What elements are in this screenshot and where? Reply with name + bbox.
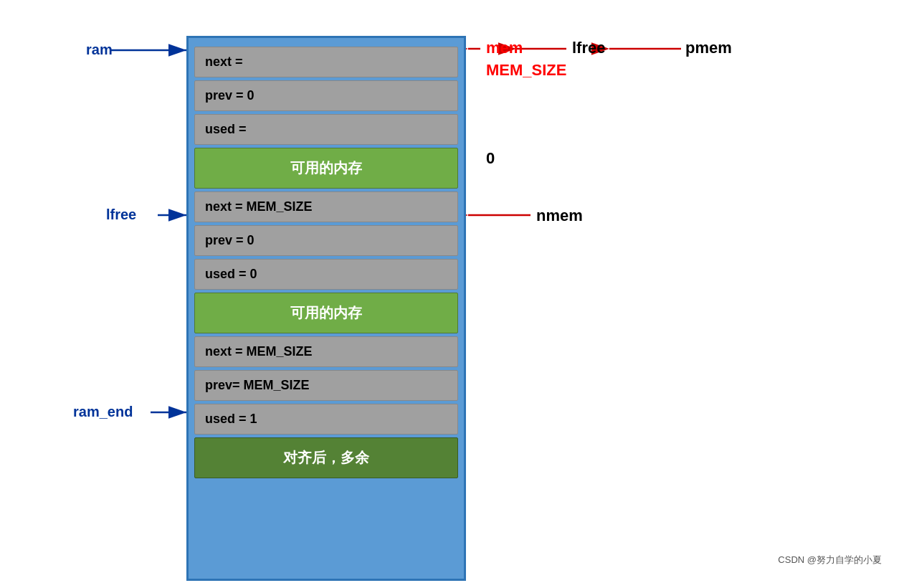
lfree-top-label: lfree bbox=[572, 39, 605, 57]
block1-next: next = bbox=[194, 47, 458, 77]
block3-prev: prev= MEM_SIZE bbox=[194, 370, 458, 401]
lfree-left-label: lfree bbox=[106, 207, 136, 223]
mem-section-2: 可用的内存 bbox=[194, 293, 458, 333]
watermark: CSDN @努力自学的小夏 bbox=[778, 554, 882, 566]
mem-section-3: 对齐后，多余 bbox=[194, 437, 458, 478]
pmem-label: pmem bbox=[685, 39, 732, 57]
ram-label: ram bbox=[86, 42, 113, 58]
block3-next: next = MEM_SIZE bbox=[194, 336, 458, 367]
block2-next: next = MEM_SIZE bbox=[194, 191, 458, 222]
mem-label: mem bbox=[486, 39, 523, 57]
zero-label: 0 bbox=[486, 149, 495, 168]
block2-used: used = 0 bbox=[194, 259, 458, 290]
block2-prev: prev = 0 bbox=[194, 225, 458, 256]
ram-block: next = prev = 0 used = 可用的内存 next = MEM_… bbox=[186, 36, 466, 581]
nmem-label: nmem bbox=[536, 207, 583, 225]
ram-end-label: ram_end bbox=[73, 404, 133, 420]
block3-used: used = 1 bbox=[194, 404, 458, 435]
mem-section-1: 可用的内存 bbox=[194, 148, 458, 189]
mem-size-label: MEM_SIZE bbox=[486, 61, 566, 80]
block1-prev: prev = 0 bbox=[194, 80, 458, 111]
block1-used: used = bbox=[194, 114, 458, 145]
